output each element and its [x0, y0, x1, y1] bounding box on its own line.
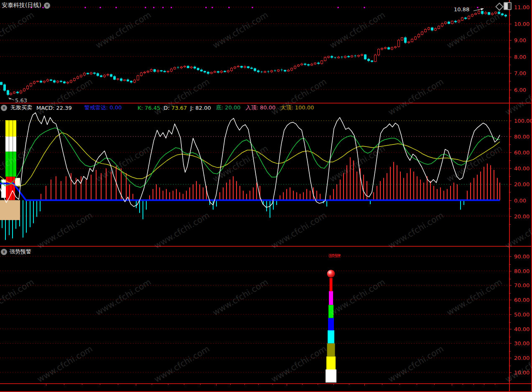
axis-minor-tick [509, 176, 511, 177]
axis-tick [509, 168, 512, 169]
x-axis-tick [168, 384, 168, 385]
axis-tick [509, 372, 512, 373]
indicator-chart-canvas[interactable] [0, 103, 509, 246]
axis-tick-label: 20.00 [514, 214, 529, 219]
axis-tick [509, 343, 512, 344]
axis-tick [509, 285, 512, 286]
axis-tick [509, 90, 512, 90]
indicator-reading: 底: 20.00 [216, 104, 241, 111]
indicator-label: D: [163, 105, 169, 111]
axis-minor-tick [509, 15, 511, 15]
signal-panel-header: ∨ 强势预警 [1, 248, 31, 255]
axis-tick-label: 80.00 [514, 268, 529, 274]
chevron-down-icon[interactable]: ∨ [1, 105, 7, 111]
axis-tick-label: 40.00 [514, 166, 529, 171]
axis-minor-tick [509, 322, 511, 323]
signal-marker-label: 强势预警 [328, 253, 341, 259]
indicator-value: 0.00 [108, 104, 122, 111]
axis-minor-tick [509, 380, 511, 381]
axis-minor-tick [509, 366, 511, 366]
indicator-label: K: [137, 105, 143, 111]
axis-tick-label: 7.00 [514, 71, 526, 76]
axis-tick [509, 184, 512, 185]
indicator-reading: 大顶: 100.00 [280, 104, 314, 111]
panel-toggle-icon[interactable] [504, 2, 512, 10]
price-chart-canvas[interactable] [0, 0, 509, 103]
x-axis-tick [349, 384, 349, 385]
x-axis-bar: 20 2021/02/08/一 日线 345678 [0, 384, 532, 391]
indicator-value: 20.00 [223, 104, 240, 111]
axis-tick [509, 329, 512, 329]
low-price-label: 5.63 [15, 97, 27, 104]
x-axis-tick [495, 384, 495, 385]
axis-tick-label: 100.00 [514, 118, 532, 124]
axis-tick [509, 358, 512, 358]
axis-tick [509, 271, 512, 271]
axis-tick-label: 20.00 [514, 182, 529, 187]
x-axis-tick [434, 384, 435, 385]
x-axis-tick [184, 384, 184, 385]
indicator-label: 底: [216, 104, 223, 111]
axis-minor-tick [509, 160, 511, 161]
axis-minor-tick [509, 224, 511, 225]
signal-chart-canvas[interactable] [0, 246, 509, 383]
axis-tick [509, 314, 512, 315]
axis-tick-label: 9.00 [514, 38, 526, 43]
axis-tick [509, 57, 512, 57]
chevron-down-icon[interactable]: ∨ [44, 3, 50, 9]
axis-tick [509, 73, 512, 73]
app-root: www.cfchi.comwww.cfchi.comwww.cfchi.comw… [0, 0, 532, 392]
x-axis-tick [452, 384, 452, 386]
panel-toggle-fill [504, 3, 508, 9]
x-axis-tick [417, 384, 417, 385]
chevron-down-icon[interactable]: ∨ [1, 249, 7, 255]
indicator-reading: MACD: 22.39 [36, 105, 72, 111]
x-axis-tick [152, 384, 152, 385]
x-axis-tick [82, 384, 82, 385]
axis-minor-tick [509, 293, 511, 293]
title-bar: 安泰科技(日线) ∨ [2, 2, 50, 9]
x-axis-tick [333, 384, 334, 385]
indicator-value: 80.00 [258, 104, 275, 111]
axis-tick [509, 256, 512, 257]
axis-minor-tick [509, 279, 511, 279]
axis-tick-label: 10.00 [514, 370, 529, 375]
axis-tick [509, 121, 512, 121]
x-axis-tick [118, 384, 118, 385]
axis-tick [509, 200, 512, 201]
indicator-reading: 无敌买卖 [10, 104, 32, 111]
panel-divider [0, 246, 532, 247]
indicator-reading: 入顶: 80.00 [246, 104, 276, 111]
axis-tick [509, 137, 512, 137]
x-axis-tick [302, 384, 303, 385]
indicator-reading: J: 82.00 [190, 105, 211, 111]
x-axis-tick [473, 384, 474, 385]
axis-tick [509, 300, 512, 300]
stock-title: 安泰科技(日线) [2, 2, 41, 9]
x-axis-tick [46, 384, 46, 386]
indicator-label: 警戒雷达: [84, 104, 108, 111]
axis-tick-label: 20.00 [514, 355, 529, 361]
x-axis-tick [364, 384, 365, 386]
x-axis-tick [136, 384, 136, 386]
x-axis-tick [100, 384, 100, 385]
panel-divider [0, 103, 532, 104]
axis-tick-label: 70.00 [514, 283, 529, 288]
x-axis-tick [400, 384, 400, 385]
x-axis-tick [463, 384, 463, 385]
indicator-reading: K: 76.45 [137, 105, 160, 111]
axis-tick-label: 30.00 [514, 341, 529, 346]
axis-tick [509, 216, 512, 217]
indicator-value: 82.00 [193, 105, 211, 111]
axis-tick [509, 24, 512, 24]
axis-minor-tick [509, 144, 511, 145]
axis-tick [509, 40, 512, 40]
axis-minor-tick [509, 48, 511, 48]
axis-tick-label: 50.00 [514, 312, 529, 317]
signal-panel-title: 强势预警 [10, 248, 31, 255]
x-axis-tick [216, 384, 216, 386]
axis-minor-tick [509, 98, 511, 98]
high-price-label: 10.88 [454, 6, 469, 13]
y-axis-column: 11.0010.009.008.007.006.00100.0080.0060.… [509, 0, 532, 392]
x-axis-tick [287, 384, 287, 386]
